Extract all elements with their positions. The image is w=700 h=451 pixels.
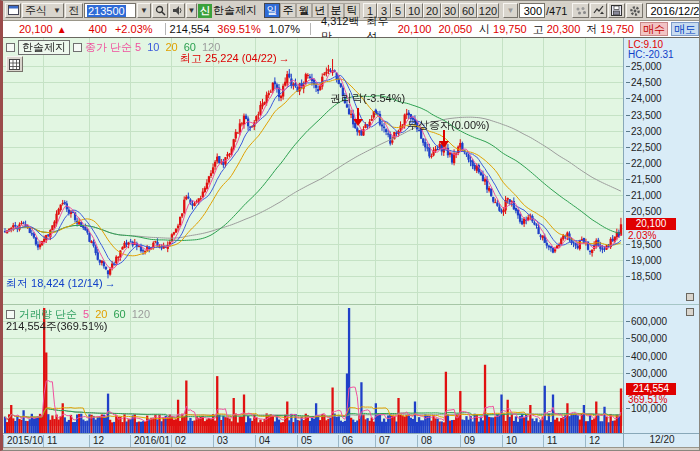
- right-arrow-icon: →: [105, 277, 116, 289]
- tab-week[interactable]: 주: [280, 3, 296, 18]
- chevron-down-icon: ▼: [188, 6, 196, 15]
- buy-button[interactable]: 매수: [640, 22, 668, 36]
- chevron-down-icon: ▼: [53, 6, 61, 15]
- grid-settings-button[interactable]: [6, 56, 23, 72]
- legend-item: 60: [113, 308, 125, 320]
- chart-area: 한솔제지 종가 단순 5102060120 최고 25,224 (04/22)→…: [3, 38, 699, 450]
- volume-current: 214,554주(369.51%): [6, 319, 108, 334]
- price-axis-label: 18,500: [631, 271, 662, 282]
- right-axis[interactable]: LC:9.10 HC:-20.31 25,00024,50024,00023,5…: [623, 38, 699, 447]
- right-arrow-icon: →: [279, 52, 290, 64]
- stock-type-dropdown[interactable]: 주식▼: [22, 3, 64, 18]
- speaker-button[interactable]: [169, 3, 185, 18]
- continuous-lookup-button[interactable]: [572, 3, 589, 18]
- sell-button[interactable]: 매도: [671, 22, 699, 36]
- date-axis: 2015/1011122016/010203040506070809101112: [3, 433, 623, 447]
- volume-ratio: 369.51%: [217, 23, 260, 35]
- interval-20[interactable]: 20: [423, 3, 441, 18]
- price-chart-canvas[interactable]: [3, 38, 623, 304]
- interval-10[interactable]: 10: [405, 3, 423, 18]
- settings-button[interactable]: [626, 3, 643, 18]
- hc-value: HC:-20.31: [628, 49, 674, 60]
- volume-value: 214,554: [170, 23, 210, 35]
- code-dropdown-button[interactable]: ▼: [137, 3, 151, 18]
- volume-axis-label: 600,000: [631, 316, 667, 327]
- candle-count-total: /471: [546, 5, 567, 17]
- current-price-badge: 20,100: [626, 218, 676, 230]
- volume-axis-label: 400,000: [631, 351, 667, 362]
- date-axis-label: 09: [460, 435, 475, 447]
- save-button[interactable]: [608, 3, 625, 18]
- chart-plot[interactable]: 한솔제지 종가 단순 5102060120 최고 25,224 (04/22)→…: [3, 38, 623, 447]
- down-arrow-icon: [353, 119, 363, 126]
- date-axis-label: 11: [543, 435, 557, 447]
- tool-icons: [572, 3, 643, 18]
- turnover: 1.07%: [269, 23, 300, 35]
- speaker-dropdown-button[interactable]: ▼: [186, 3, 197, 18]
- scroll-strip[interactable]: [3, 426, 623, 433]
- window-icon[interactable]: [5, 3, 21, 18]
- search-icon: [155, 5, 166, 16]
- annotation-rights: 권리락(-3.54%): [330, 91, 405, 106]
- interval-30[interactable]: 30: [441, 3, 459, 18]
- volume-axis-label: 500,000: [631, 333, 667, 344]
- pane-divider[interactable]: [3, 304, 623, 305]
- volume-axis-label: 100,000: [631, 403, 667, 414]
- buy-label: 매수: [643, 22, 665, 36]
- interval-5[interactable]: 5: [391, 3, 405, 18]
- scroll-strip-canvas[interactable]: [3, 426, 623, 433]
- interval-dropdown[interactable]: ▼: [503, 3, 518, 18]
- axis-divider: [624, 304, 700, 305]
- open-label: 시: [479, 22, 490, 37]
- price-axis-label: 24,000: [631, 93, 662, 104]
- legend-stock-chip[interactable]: 한솔제지: [18, 40, 70, 55]
- interval-120[interactable]: 120: [477, 3, 499, 18]
- candle-count-input[interactable]: 300: [519, 3, 545, 18]
- legend-item: 10: [147, 41, 159, 53]
- code-value: 213500: [87, 5, 126, 17]
- stock-name: 한솔제지: [213, 3, 263, 18]
- date-input[interactable]: 2016/12/20: [646, 3, 700, 18]
- date-axis-label: 11: [43, 435, 57, 447]
- search-button[interactable]: [152, 3, 168, 18]
- prev-button[interactable]: 전: [65, 3, 83, 18]
- best-bid-2: 20,050: [438, 23, 472, 35]
- low-label: 저: [586, 22, 597, 37]
- candle-count-value: 300: [524, 5, 542, 17]
- axis-handle[interactable]: [686, 293, 694, 301]
- high-label: 고: [533, 22, 544, 37]
- gear-icon: [629, 5, 641, 17]
- annotation-high: 최고 25,224 (04/22)→: [180, 51, 290, 66]
- chevron-down-icon: ▼: [507, 6, 515, 15]
- price-axis-label: 22,500: [631, 142, 662, 153]
- interval-60[interactable]: 60: [459, 3, 477, 18]
- annotation-bonus: 무상증자(0.00%): [407, 118, 490, 133]
- current-volume-pct: 369.51%: [628, 394, 667, 405]
- date-axis-label: 05: [297, 435, 312, 447]
- price-axis-label: 24,500: [631, 77, 662, 88]
- high-annotation-text: 최고 25,224 (04/22): [180, 52, 277, 64]
- legend-checkbox-icon[interactable]: [73, 43, 82, 52]
- tab-day[interactable]: 일: [264, 3, 280, 18]
- legend-checkbox-icon[interactable]: [6, 43, 15, 52]
- save-icon: [611, 5, 622, 16]
- quote-bar: 20,100 ▲ 400 +2.03% 214,554 369.51% 1.07…: [3, 20, 699, 38]
- legend-item: 종가 단순 5: [85, 41, 141, 53]
- prev-label: 전: [69, 3, 80, 18]
- legend-checkbox-icon[interactable]: [6, 310, 15, 319]
- current-price: 20,100: [19, 23, 53, 35]
- best-bid-1: 20,100: [398, 23, 432, 35]
- grid-icon: [9, 59, 20, 70]
- axis-handle[interactable]: [686, 308, 694, 316]
- annotation-low: 최저 18,424 (12/14)→: [6, 276, 116, 291]
- tab-month[interactable]: 월: [296, 3, 312, 18]
- price-axis-label: 21,500: [631, 174, 662, 185]
- chart-tools-button[interactable]: [590, 3, 607, 18]
- volume-axis-label: 300,000: [631, 368, 667, 379]
- open-price: 19,750: [493, 23, 527, 35]
- code-input[interactable]: 213500: [84, 3, 136, 18]
- date-axis-label: 12: [89, 435, 104, 447]
- date-axis-label: 07: [375, 435, 390, 447]
- paw-icon: [575, 6, 587, 16]
- chart-edit-icon: [593, 5, 605, 16]
